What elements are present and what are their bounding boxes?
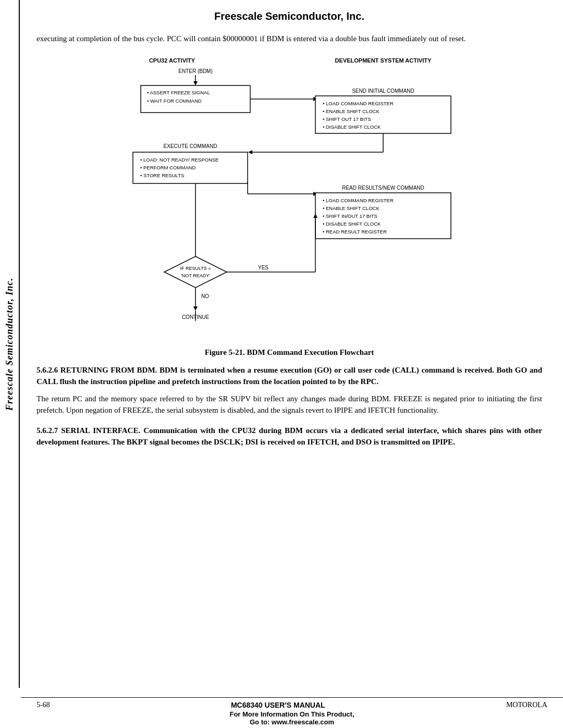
footer-brand: MOTOROLA xyxy=(506,701,547,709)
send-initial-label: SEND INITIAL COMMAND xyxy=(352,88,414,94)
sidebar: Freescale Semiconductor, Inc. xyxy=(0,0,20,688)
footer-row2: For More Information On This Product, Go… xyxy=(36,710,547,726)
diamond xyxy=(164,256,227,288)
section-562-7-heading: 5.6.2.7 SERIAL INTERFACE. Communication … xyxy=(36,425,542,448)
sidebar-label: Freescale Semiconductor, Inc. xyxy=(4,278,15,411)
diamond-line1: IF RESULTS = xyxy=(180,266,211,271)
dev-box1-line1: • LOAD COMMAND REGISTER xyxy=(323,101,394,106)
execute-label: EXECUTE COMMAND xyxy=(164,143,217,149)
svg-marker-6 xyxy=(248,150,252,154)
flowchart-container: CPU32 ACTIVITY DEVELOPMENT SYSTEM ACTIVI… xyxy=(36,53,542,345)
dev-box1-line2: • ENABLE SHIFT CLOCK xyxy=(323,108,380,114)
section-562-6-heading: 5.6.2.6 RETURNING FROM BDM. BDM is termi… xyxy=(36,364,542,388)
cpu-box1-line1: • ASSERT FREEZE SIGNAL xyxy=(147,90,210,95)
intro-paragraph: executing at completion of the bus cycle… xyxy=(36,33,542,45)
svg-marker-15 xyxy=(193,306,198,311)
flowchart-caption: Figure 5-21. BDM Command Execution Flowc… xyxy=(36,348,542,357)
dev-box2-line5: • READ RESULT REGISTER xyxy=(323,229,387,235)
footer-manual: MC68340 USER'S MANUAL xyxy=(231,701,325,709)
no-label: NO xyxy=(201,293,209,299)
main-content: Freescale Semiconductor, Inc. executing … xyxy=(21,0,563,464)
footer-row1: 5-68 MC68340 USER'S MANUAL MOTOROLA xyxy=(36,701,547,709)
dev-box2-line1: • LOAD COMMAND REGISTER xyxy=(323,198,394,203)
dev-box1-line4: • DISABLE SHIFT CLOCK xyxy=(323,124,381,130)
footer-line3: Go to: www.freescale.com xyxy=(36,718,547,726)
enter-bdm-label: ENTER (BDM) xyxy=(178,68,213,74)
section-562-7-bold: 5.6.2.7 SERIAL INTERFACE. xyxy=(36,426,140,435)
read-results-label: READ RESULTS/NEW COMMAND xyxy=(342,185,424,191)
cpu-box2-line3: • STORE RESULTS xyxy=(140,172,184,178)
footer-page-num: 5-68 xyxy=(36,701,50,709)
dev-box1-line3: • SHIFT OUT 17 BITS xyxy=(323,116,371,122)
diamond-line2: 'NOT READY' xyxy=(181,273,210,278)
dev-box2-line2: • ENABLE SHIFT CLOCK xyxy=(323,205,380,211)
cpu-box1-line2: • WAIT FOR COMMAND xyxy=(147,98,202,104)
dev-box2-line3: • SHIFT IN/OUT 17 BITS xyxy=(323,213,377,219)
para2: The return PC and the memory space refer… xyxy=(36,393,542,416)
footer: 5-68 MC68340 USER'S MANUAL MOTOROLA For … xyxy=(21,697,563,728)
cpu-box2-line2: • PERFORM COMMAND xyxy=(140,165,195,170)
section-562-6-bold: 5.6.2.6 RETURNING FROM BDM. xyxy=(36,366,157,374)
dev-box2-line4: • DISABLE SHIFT CLOCK xyxy=(323,221,381,227)
cpu-activity-label: CPU32 ACTIVITY xyxy=(149,57,195,64)
flowchart-svg: CPU32 ACTIVITY DEVELOPMENT SYSTEM ACTIVI… xyxy=(91,53,487,345)
dev-activity-label: DEVELOPMENT SYSTEM ACTIVITY xyxy=(335,57,432,64)
svg-marker-1 xyxy=(193,81,198,85)
yes-label: YES xyxy=(258,265,268,270)
cpu-box2-line1: • LOAD: NOT READY/ RESPONSE xyxy=(140,157,218,163)
footer-line2: For More Information On This Product, xyxy=(36,710,547,718)
page-title: Freescale Semiconductor, Inc. xyxy=(36,10,542,22)
